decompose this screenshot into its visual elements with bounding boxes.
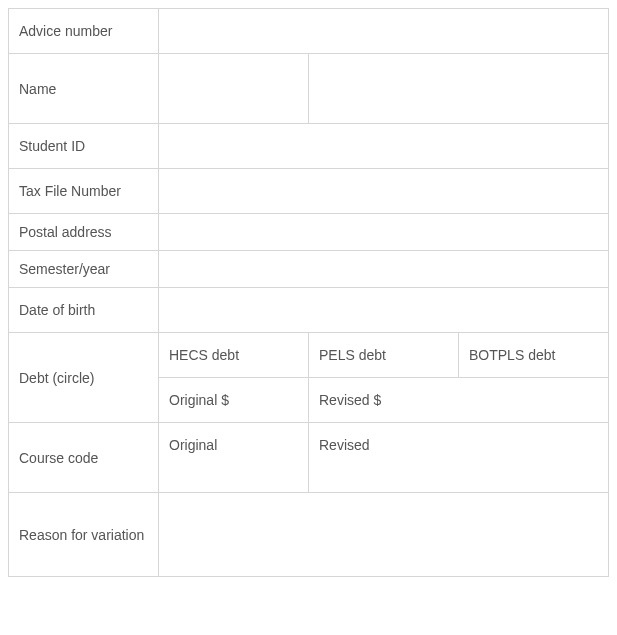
row-debt-options: Debt (circle) HECS debt PELS debt BOTPLS… — [9, 333, 609, 378]
value-student-id — [159, 124, 609, 169]
label-course-code: Course code — [9, 423, 159, 493]
label-course-original: Original — [159, 423, 309, 493]
label-revised-amount: Revised $ — [309, 378, 609, 423]
row-name: Name — [9, 54, 609, 124]
label-reason: Reason for variation — [9, 493, 159, 577]
row-semester-year: Semester/year — [9, 251, 609, 288]
value-name-last — [309, 54, 609, 124]
label-original-amount: Original $ — [159, 378, 309, 423]
row-postal-address: Postal address — [9, 214, 609, 251]
row-advice-number: Advice number — [9, 9, 609, 54]
value-name-first — [159, 54, 309, 124]
form-table: Advice number Name Student ID Tax File N… — [8, 8, 609, 577]
value-dob — [159, 288, 609, 333]
option-pels-debt: PELS debt — [309, 333, 459, 378]
label-course-revised: Revised — [309, 423, 609, 493]
row-student-id: Student ID — [9, 124, 609, 169]
value-tfn — [159, 169, 609, 214]
label-student-id: Student ID — [9, 124, 159, 169]
label-postal-address: Postal address — [9, 214, 159, 251]
label-name: Name — [9, 54, 159, 124]
label-advice-number: Advice number — [9, 9, 159, 54]
row-dob: Date of birth — [9, 288, 609, 333]
label-dob: Date of birth — [9, 288, 159, 333]
row-course-code: Course code Original Revised — [9, 423, 609, 493]
value-semester-year — [159, 251, 609, 288]
label-tfn: Tax File Number — [9, 169, 159, 214]
label-debt: Debt (circle) — [9, 333, 159, 423]
value-reason — [159, 493, 609, 577]
value-postal-address — [159, 214, 609, 251]
row-tfn: Tax File Number — [9, 169, 609, 214]
option-hecs-debt: HECS debt — [159, 333, 309, 378]
option-botpls-debt: BOTPLS debt — [459, 333, 609, 378]
label-semester-year: Semester/year — [9, 251, 159, 288]
row-reason: Reason for variation — [9, 493, 609, 577]
value-advice-number — [159, 9, 609, 54]
